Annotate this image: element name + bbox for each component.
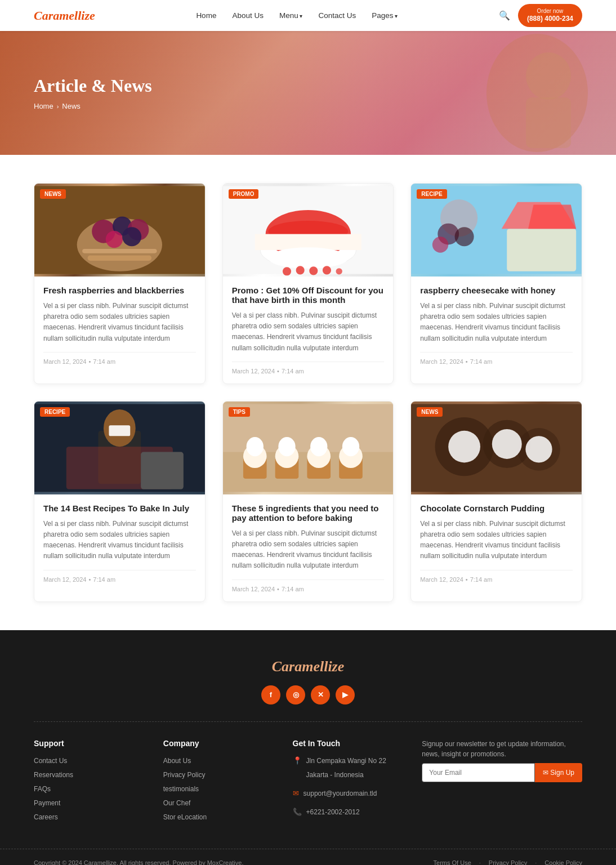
- nav-contact[interactable]: Contact Us: [318, 11, 356, 20]
- svg-rect-35: [109, 425, 130, 436]
- svg-point-60: [449, 431, 481, 463]
- footer-bottom: Copyright © 2024 Caramellize, All rights…: [34, 849, 582, 866]
- footer-support-col: Support Contact Us Reservations FAQs Pay…: [34, 739, 141, 826]
- social-instagram[interactable]: ◎: [286, 685, 305, 705]
- svg-rect-2: [526, 97, 571, 148]
- footer-logo: Caramellize: [34, 658, 582, 675]
- search-icon[interactable]: 🔍: [499, 10, 510, 21]
- card-badge-4: TIPS: [229, 407, 250, 417]
- svg-point-23: [336, 268, 342, 274]
- svg-rect-11: [82, 249, 157, 253]
- social-youtube[interactable]: ▶: [336, 685, 355, 705]
- breadcrumb-home[interactable]: Home: [34, 102, 53, 110]
- footer-link-our-chef[interactable]: Our Chef: [163, 798, 270, 808]
- card-image-0: NEWS: [34, 184, 205, 277]
- nav-right: 🔍 Order now (888) 4000-234: [499, 4, 582, 27]
- footer-link-faqs[interactable]: FAQs: [34, 784, 141, 794]
- footer-legal-links: Terms Of Use · Privacy Policy · Cookie P…: [434, 859, 582, 866]
- svg-point-62: [526, 436, 552, 462]
- newsletter-form: ✉ Sign Up: [422, 763, 582, 782]
- social-facebook[interactable]: f: [261, 685, 280, 705]
- svg-point-47: [282, 440, 292, 448]
- footer-phone: 📞 +6221-2002-2012: [293, 807, 400, 821]
- nav-pages[interactable]: Pages: [372, 11, 398, 20]
- breadcrumb: Home › News: [34, 102, 152, 110]
- footer-link-payment[interactable]: Payment: [34, 798, 141, 808]
- svg-point-61: [492, 429, 522, 459]
- breadcrumb-current: News: [62, 102, 81, 110]
- svg-point-20: [296, 266, 304, 274]
- footer-cookie-link[interactable]: Cookie Policy: [544, 859, 582, 866]
- card-body-4: These 5 ingredients that you need to pay…: [223, 494, 394, 601]
- articles-section: NEWS Fresh raspberries and blackberries …: [0, 155, 616, 630]
- svg-point-43: [249, 440, 260, 448]
- newsletter-email-input[interactable]: [422, 763, 535, 782]
- social-twitter-x[interactable]: ✕: [311, 685, 330, 705]
- card-image-2: RECIPE: [411, 184, 582, 277]
- footer-socials: f ◎ ✕ ▶: [34, 685, 582, 705]
- nav-logo[interactable]: Caramellize: [34, 8, 95, 23]
- footer-newsletter-col: Signup our newsletter to get update info…: [422, 739, 582, 826]
- card-date-5: March 12, 2024•7:14 am: [420, 570, 573, 583]
- footer-link-reservations[interactable]: Reservations: [34, 770, 141, 780]
- card-date-4: March 12, 2024•7:14 am: [232, 579, 385, 592]
- card-title-4: These 5 ingredients that you need to pay…: [232, 503, 385, 523]
- footer-company-heading: Company: [163, 739, 270, 748]
- card-date-0: March 12, 2024•7:14 am: [43, 352, 196, 365]
- footer-columns: Support Contact Us Reservations FAQs Pay…: [34, 739, 582, 826]
- nav-about[interactable]: About Us: [232, 11, 264, 20]
- svg-rect-25: [507, 229, 577, 271]
- card-desc-5: Vel a si per class nibh. Pulvinar suscip…: [420, 519, 573, 562]
- card-title-5: Chocolate Cornstarch Pudding: [420, 503, 573, 513]
- svg-point-31: [432, 237, 448, 252]
- breadcrumb-sep: ›: [57, 103, 59, 110]
- article-card-3[interactable]: RECIPE The 14 Best Recipes To Bake In Ju…: [34, 401, 206, 602]
- footer-email-link[interactable]: support@yourdomain.tld: [303, 788, 377, 799]
- footer-link-contact-us[interactable]: Contact Us: [34, 756, 141, 766]
- card-desc-4: Vel a si per class nibh. Pulvinar suscip…: [232, 528, 385, 572]
- footer-support-heading: Support: [34, 739, 141, 748]
- hero-section: Article & News Home › News: [0, 31, 616, 155]
- footer-legal-sep2: ·: [535, 859, 537, 866]
- footer-link-careers[interactable]: Careers: [34, 812, 141, 822]
- order-phone-button[interactable]: Order now (888) 4000-234: [518, 4, 582, 27]
- article-card-0[interactable]: NEWS Fresh raspberries and blackberries …: [34, 183, 206, 384]
- footer-address-line1: Jln Cempaka Wangi No 22: [306, 756, 386, 766]
- footer-company-col: Company About Us Privacy Policy testimon…: [163, 739, 270, 826]
- svg-rect-37: [141, 452, 184, 489]
- card-body-0: Fresh raspberries and blackberries Vel a…: [34, 277, 205, 374]
- footer-contact-col: Get In Touch 📍 Jln Cempaka Wangi No 22 J…: [293, 739, 400, 826]
- hero-title: Article & News: [34, 75, 152, 96]
- footer-terms-link[interactable]: Terms Of Use: [434, 859, 471, 866]
- card-date-3: March 12, 2024•7:14 am: [43, 570, 196, 583]
- footer-phone-number: +6221-2002-2012: [306, 807, 360, 817]
- footer-link-privacy-policy[interactable]: Privacy Policy: [163, 770, 270, 780]
- card-title-1: Promo : Get 10% Off Discount for you tha…: [232, 286, 385, 305]
- nav-home[interactable]: Home: [196, 11, 216, 20]
- hero-decoration: [308, 31, 616, 155]
- article-card-4[interactable]: TIPS These 5 ingredients that you need t…: [222, 401, 394, 602]
- footer-link-about-us[interactable]: About Us: [163, 756, 270, 766]
- card-badge-1: PROMO: [229, 189, 259, 199]
- article-card-1[interactable]: PROMO Promo : Get 10% Off Discount for y…: [222, 183, 394, 384]
- footer-privacy-link[interactable]: Privacy Policy: [489, 859, 527, 866]
- article-card-2[interactable]: RECIPE raspberry cheesecake with honey V…: [410, 183, 582, 384]
- card-body-3: The 14 Best Recipes To Bake In July Vel …: [34, 494, 205, 592]
- hero-content: Article & News Home › News: [0, 75, 186, 110]
- footer-divider-top: [34, 721, 582, 722]
- card-badge-3: RECIPE: [40, 407, 70, 417]
- nav-menu[interactable]: Menu: [279, 11, 303, 20]
- article-card-5[interactable]: NEWS Chocolate Cornstarch Pudding Vel a …: [410, 401, 582, 602]
- footer-copyright: Copyright © 2024 Caramellize, All rights…: [34, 859, 244, 866]
- newsletter-signup-button[interactable]: ✉ Sign Up: [535, 763, 582, 782]
- articles-grid: NEWS Fresh raspberries and blackberries …: [34, 183, 582, 602]
- card-body-2: raspberry cheesecake with honey Vel a si…: [411, 277, 582, 374]
- phone-icon: 📞: [293, 808, 302, 817]
- footer-link-stor-elocation[interactable]: Stor eLocation: [163, 812, 270, 822]
- svg-marker-27: [528, 205, 576, 229]
- card-image-4: TIPS: [223, 402, 394, 494]
- footer-link-testimonials[interactable]: testimonials: [163, 784, 270, 794]
- svg-point-30: [455, 227, 474, 246]
- hero-chef-illustration: [425, 31, 616, 155]
- footer: Caramellize f ◎ ✕ ▶ Support Contact Us R…: [0, 630, 616, 866]
